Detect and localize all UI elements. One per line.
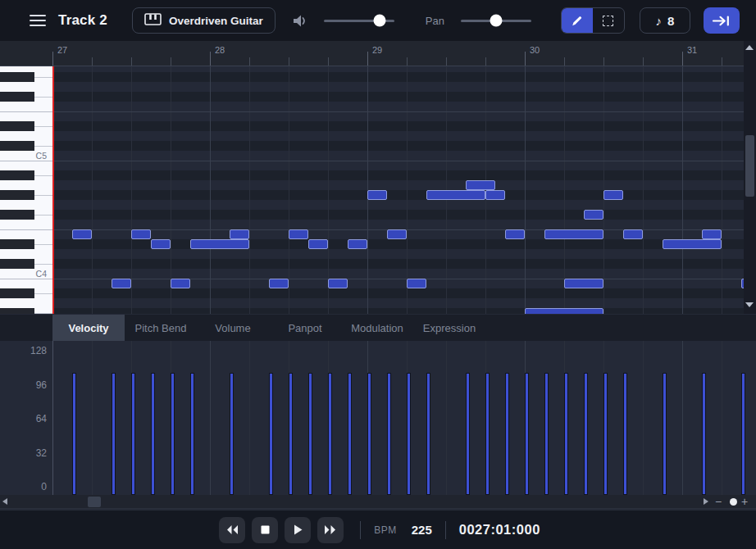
tab-pitch-bend[interactable]: Pitch Bend xyxy=(125,315,197,341)
zoom-out-button[interactable]: − xyxy=(715,495,722,509)
velocity-bar[interactable] xyxy=(348,373,352,495)
midi-note[interactable] xyxy=(269,279,289,288)
rewind-button[interactable] xyxy=(219,517,245,543)
velocity-bar[interactable] xyxy=(72,373,76,495)
midi-note[interactable] xyxy=(348,239,367,249)
velocity-bar[interactable] xyxy=(289,373,293,495)
velocity-bar[interactable] xyxy=(544,373,549,495)
midi-note[interactable] xyxy=(623,229,643,239)
velocity-bar[interactable] xyxy=(269,373,273,495)
piano-key-black[interactable] xyxy=(0,121,34,131)
piano-key-black[interactable] xyxy=(0,210,34,220)
velocity-bar[interactable] xyxy=(603,373,608,495)
selection-tool-button[interactable] xyxy=(593,8,624,33)
midi-note[interactable] xyxy=(564,279,603,288)
velocity-bar[interactable] xyxy=(407,373,411,495)
piano-key-black[interactable] xyxy=(0,239,34,249)
velocity-panel[interactable]: 1289664320 xyxy=(0,341,756,495)
zoom-slider-thumb[interactable] xyxy=(730,498,737,506)
playhead[interactable] xyxy=(52,66,54,314)
speaker-icon[interactable] xyxy=(292,14,309,28)
play-button[interactable] xyxy=(285,517,311,543)
tab-expression[interactable]: Expression xyxy=(413,315,485,341)
midi-note[interactable] xyxy=(190,239,249,249)
scroll-up-icon[interactable] xyxy=(745,45,754,50)
tab-panpot[interactable]: Panpot xyxy=(269,315,341,341)
velocity-bar[interactable] xyxy=(702,373,706,495)
vertical-scrollbar[interactable] xyxy=(744,41,756,314)
jump-to-end-button[interactable] xyxy=(704,7,740,34)
midi-note[interactable] xyxy=(584,210,603,220)
midi-note[interactable] xyxy=(426,190,485,200)
midi-note[interactable] xyxy=(407,279,426,288)
midi-note[interactable] xyxy=(131,229,151,239)
instrument-button[interactable]: Overdriven Guitar xyxy=(132,7,276,34)
midi-note[interactable] xyxy=(151,239,171,249)
note-length-button[interactable]: ♪ 8 xyxy=(640,7,690,34)
piano-key-black[interactable] xyxy=(0,288,34,298)
piano-keyboard[interactable]: C5C4 xyxy=(0,66,52,314)
scroll-left-icon[interactable] xyxy=(2,498,7,505)
horizontal-scrollbar-thumb[interactable] xyxy=(88,497,101,507)
midi-note[interactable] xyxy=(485,190,505,200)
velocity-bar[interactable] xyxy=(151,373,155,495)
midi-note[interactable] xyxy=(544,229,603,239)
midi-note[interactable] xyxy=(171,279,190,288)
piano-key-black[interactable] xyxy=(0,170,34,180)
scroll-down-icon[interactable] xyxy=(745,302,754,307)
pan-slider-thumb[interactable] xyxy=(490,15,502,27)
velocity-bar[interactable] xyxy=(525,373,529,495)
midi-note[interactable] xyxy=(289,229,308,239)
midi-note[interactable] xyxy=(230,229,249,239)
piano-key-black[interactable] xyxy=(0,92,34,102)
piano-key-black[interactable] xyxy=(0,72,34,82)
midi-note[interactable] xyxy=(702,229,722,239)
stop-button[interactable] xyxy=(252,517,278,543)
velocity-bar[interactable] xyxy=(367,373,371,495)
velocity-bar[interactable] xyxy=(426,373,430,495)
velocity-bar[interactable] xyxy=(623,373,627,495)
velocity-bar[interactable] xyxy=(485,373,490,495)
velocity-bar[interactable] xyxy=(190,373,194,495)
tab-modulation[interactable]: Modulation xyxy=(341,315,413,341)
midi-note[interactable] xyxy=(466,180,495,190)
midi-note[interactable] xyxy=(308,239,328,249)
velocity-bar[interactable] xyxy=(131,373,135,495)
volume-slider-thumb[interactable] xyxy=(373,15,385,27)
piano-key-black[interactable] xyxy=(0,259,34,269)
zoom-in-button[interactable]: + xyxy=(741,495,748,509)
midi-note[interactable] xyxy=(328,279,348,288)
midi-note[interactable] xyxy=(72,229,92,239)
pencil-tool-button[interactable] xyxy=(562,8,593,33)
velocity-bar[interactable] xyxy=(308,373,312,495)
piano-key-black[interactable] xyxy=(0,308,34,314)
midi-note[interactable] xyxy=(112,279,131,288)
forward-button[interactable] xyxy=(317,517,344,543)
velocity-bar[interactable] xyxy=(230,373,234,495)
bpm-value[interactable]: 225 xyxy=(412,523,432,537)
midi-note[interactable] xyxy=(525,308,603,314)
velocity-bar[interactable] xyxy=(584,373,588,495)
volume-slider[interactable] xyxy=(324,20,394,22)
tab-volume[interactable]: Volume xyxy=(197,315,269,341)
midi-note[interactable] xyxy=(387,229,407,239)
piano-key-black[interactable] xyxy=(0,190,34,200)
midi-note[interactable] xyxy=(505,229,525,239)
vertical-scrollbar-thumb[interactable] xyxy=(745,135,754,197)
velocity-bar[interactable] xyxy=(505,373,509,495)
note-grid[interactable] xyxy=(52,66,744,314)
measure-ruler[interactable]: 2728293031 xyxy=(0,41,756,66)
midi-note[interactable] xyxy=(367,190,387,200)
horizontal-scrollbar[interactable]: − + xyxy=(0,495,756,509)
velocity-bar[interactable] xyxy=(112,373,116,495)
velocity-bar[interactable] xyxy=(663,373,667,495)
piano-key-black[interactable] xyxy=(0,141,34,151)
velocity-bar[interactable] xyxy=(466,373,470,495)
tab-velocity[interactable]: Velocity xyxy=(52,315,125,341)
menu-icon[interactable] xyxy=(30,15,46,26)
midi-note[interactable] xyxy=(663,239,722,249)
velocity-bar[interactable] xyxy=(387,373,391,495)
scroll-right-icon[interactable] xyxy=(704,498,708,505)
velocity-bar[interactable] xyxy=(741,373,745,495)
midi-note[interactable] xyxy=(603,190,623,200)
